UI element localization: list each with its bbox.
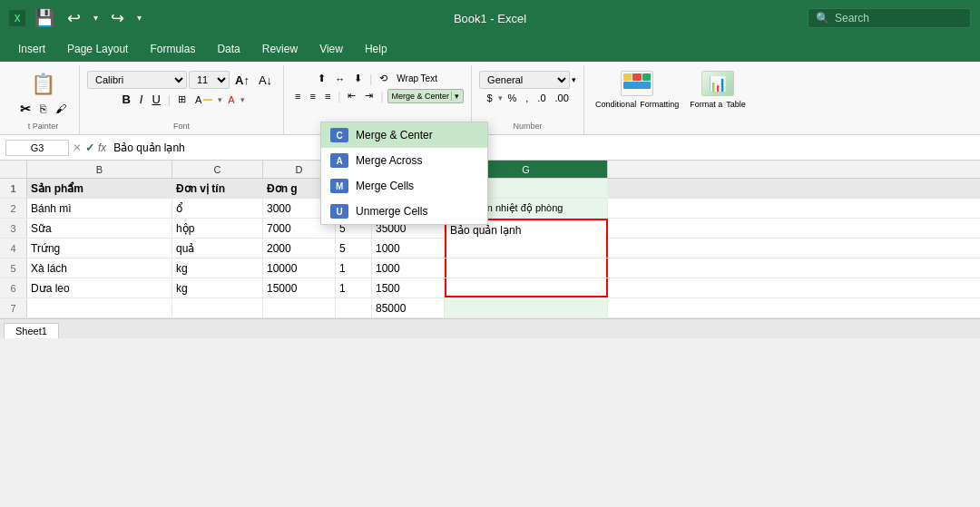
increase-decimal-button[interactable]: .0 [534, 91, 549, 105]
cell-F5[interactable]: 1000 [372, 258, 445, 278]
cell-B1[interactable]: Sản phẩm [27, 179, 172, 198]
align-right-button[interactable]: ≡ [321, 89, 334, 103]
cell-C5[interactable]: kg [172, 258, 263, 278]
cell-D6[interactable]: 15000 [263, 278, 336, 297]
indent-less-button[interactable]: ⇤ [344, 88, 359, 103]
italic-button[interactable]: I [136, 91, 147, 108]
align-left-button[interactable]: ≡ [291, 89, 304, 103]
copy-button[interactable]: ⎘ [36, 101, 50, 117]
cell-D4[interactable]: 2000 [263, 239, 336, 258]
cell-B3[interactable]: Sữa [27, 219, 172, 238]
cell-E4[interactable]: 5 [336, 239, 372, 258]
conditional-formatting-button[interactable]: Conditional Formatting [592, 98, 682, 111]
dropdown-item-merge-across[interactable]: A Merge Across [321, 148, 487, 173]
currency-button[interactable]: $ [483, 91, 495, 105]
menu-item-page-layout[interactable]: Page Layout [58, 39, 137, 59]
cell-F6[interactable]: 1500 [372, 278, 445, 297]
name-box[interactable] [5, 140, 69, 156]
indent-more-button[interactable]: ⇥ [361, 88, 377, 103]
insert-function-button[interactable]: fx [98, 141, 106, 154]
decrease-font-button[interactable]: A↓ [255, 72, 276, 89]
cell-F4[interactable]: 1000 [372, 239, 445, 258]
angle-text-button[interactable]: ⟲ [376, 71, 391, 86]
underline-button[interactable]: U [148, 91, 163, 108]
menu-item-help[interactable]: Help [356, 39, 397, 59]
undo-dropdown[interactable]: ▾ [90, 12, 102, 24]
table-row: 6 Dưa leo kg 15000 1 1500 [0, 278, 980, 298]
cell-B2[interactable]: Bánh mì [27, 199, 172, 218]
cell-B6[interactable]: Dưa leo [27, 278, 172, 297]
cell-D7[interactable] [263, 298, 336, 317]
save-button[interactable]: 💾 [31, 8, 58, 28]
cell-D5[interactable]: 10000 [263, 258, 336, 278]
search-input[interactable] [835, 12, 953, 24]
col-header-C[interactable]: C [172, 161, 263, 178]
redo-button[interactable]: ↪ [107, 8, 128, 28]
wrap-text-button[interactable]: Wrap Text [393, 72, 441, 85]
cell-C6[interactable]: kg [172, 278, 263, 297]
merge-center-dropdown-icon[interactable]: ▾ [451, 92, 459, 101]
cell-B5[interactable]: Xà lách [27, 258, 172, 278]
paste-button[interactable]: 📋 [24, 71, 63, 98]
dropdown-item-merge-cells[interactable]: M Merge Cells [321, 173, 487, 199]
border-button[interactable]: ⊞ [174, 92, 190, 107]
align-center-button[interactable]: ≡ [306, 89, 318, 103]
row-num-3: 3 [0, 219, 27, 238]
align-bottom-button[interactable]: ⬇ [350, 71, 366, 86]
font-size-select[interactable]: 11 [189, 71, 230, 89]
cell-E5[interactable]: 1 [336, 258, 372, 278]
cell-B7[interactable] [27, 298, 172, 317]
cell-E6[interactable]: 1 [336, 278, 372, 297]
clipboard-group-label: t Painter [28, 118, 59, 131]
cell-B4[interactable]: Trứng [27, 239, 172, 258]
cell-G5[interactable] [445, 258, 608, 278]
search-box[interactable]: 🔍 [808, 8, 971, 28]
format-painter-button[interactable]: 🖌 [52, 101, 70, 117]
dropdown-item-merge-center[interactable]: C Merge & Center [321, 122, 487, 148]
font-family-select[interactable]: Calibri [87, 71, 187, 89]
format-as-table-button[interactable]: Format a Table [686, 98, 750, 111]
title-bar-left: X 💾 ↩ ▾ ↪ ▾ [9, 8, 145, 28]
cell-G7[interactable] [445, 298, 608, 317]
cell-F7[interactable]: 85000 [372, 298, 445, 317]
merge-center-button[interactable]: Merge & Center ▾ [387, 89, 465, 103]
menu-item-formulas[interactable]: Formulas [141, 39, 204, 59]
cell-C3[interactable]: hộp [172, 219, 263, 238]
formula-bar: ✕ ✓ fx [0, 135, 980, 161]
percent-button[interactable]: % [505, 91, 521, 105]
cell-G4[interactable] [445, 239, 608, 258]
sheet-tab-1[interactable]: Sheet1 [4, 323, 59, 338]
fill-color-button[interactable]: A [191, 93, 216, 107]
cell-G6[interactable] [445, 278, 608, 297]
font-color-button[interactable]: A [224, 93, 238, 107]
number-format-select[interactable]: General [479, 71, 570, 89]
menu-bar: Insert Page Layout Formulas Data Review … [0, 36, 980, 62]
decrease-decimal-button[interactable]: .00 [552, 91, 573, 105]
cut-button[interactable]: ✂ [16, 100, 34, 118]
table-row: 3 Sữa hộp 7000 5 35000 Bảo quản lạnh [0, 219, 980, 239]
cell-C7[interactable] [172, 298, 263, 317]
confirm-formula-button[interactable]: ✓ [85, 141, 94, 154]
merge-cells-icon: M [330, 179, 348, 193]
cell-E7[interactable] [336, 298, 372, 317]
bold-button[interactable]: B [118, 91, 133, 108]
undo-button[interactable]: ↩ [64, 8, 84, 28]
comma-button[interactable]: , [522, 91, 532, 105]
cell-C1[interactable]: Đơn vị tín [172, 179, 263, 198]
menu-item-view[interactable]: View [310, 39, 352, 59]
cell-C4[interactable]: quả [172, 239, 263, 258]
align-top-button[interactable]: ⬆ [314, 71, 329, 86]
redo-dropdown[interactable]: ▾ [133, 12, 145, 24]
number-format-dropdown[interactable]: ▾ [572, 75, 576, 84]
cell-C2[interactable]: ổ [172, 199, 263, 218]
menu-item-review[interactable]: Review [253, 39, 307, 59]
cancel-formula-button[interactable]: ✕ [73, 141, 82, 154]
align-middle-button[interactable]: ↔ [331, 72, 348, 86]
menu-item-insert[interactable]: Insert [9, 39, 54, 59]
row-num-5: 5 [0, 258, 27, 278]
dropdown-item-unmerge-cells[interactable]: U Unmerge Cells [321, 199, 487, 224]
increase-font-button[interactable]: A↑ [231, 72, 253, 89]
col-header-B[interactable]: B [27, 161, 172, 178]
menu-item-data[interactable]: Data [208, 39, 249, 59]
formula-input[interactable] [110, 141, 975, 154]
